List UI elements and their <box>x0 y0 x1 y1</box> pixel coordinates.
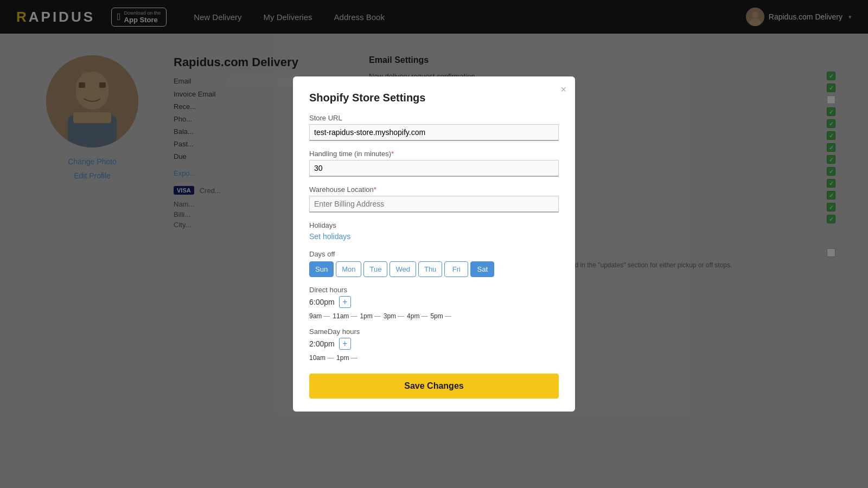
required-marker: * <box>391 150 394 158</box>
holidays-field: Holidays Set holidays <box>309 221 559 241</box>
direct-hours-main-row: 6:00pm + <box>309 296 559 308</box>
sameday-slots-row: 10am— 1pm— <box>309 354 559 362</box>
required-marker-warehouse: * <box>374 185 376 194</box>
store-url-input[interactable] <box>309 124 559 141</box>
slot-9am: 9am— <box>309 312 330 320</box>
shopify-modal: Shopify Store Settings × Store URL Handl… <box>293 76 575 412</box>
day-btn-sun[interactable]: Sun <box>309 261 334 277</box>
direct-slots-row: 9am— 11am— 1pm— 3pm— 4pm— 5pm— <box>309 312 559 320</box>
day-btn-sat[interactable]: Sat <box>470 261 494 277</box>
day-btn-tue[interactable]: Tue <box>363 261 387 277</box>
day-btn-fri[interactable]: Fri <box>444 261 468 277</box>
direct-hours-add-button[interactable]: + <box>339 296 351 308</box>
warehouse-location-field: Warehouse Location* <box>309 185 559 213</box>
warehouse-location-input[interactable] <box>309 196 559 213</box>
set-holidays-link[interactable]: Set holidays <box>309 232 350 241</box>
modal-overlay: Shopify Store Settings × Store URL Handl… <box>0 0 868 488</box>
save-changes-button[interactable]: Save Changes <box>309 374 559 399</box>
sameday-slot-1pm: 1pm— <box>336 354 358 362</box>
warehouse-label: Warehouse Location* <box>309 185 559 194</box>
sameday-slot-10am: 10am— <box>309 354 334 362</box>
store-url-label: Store URL <box>309 114 559 122</box>
handling-time-input[interactable] <box>309 160 559 177</box>
direct-hours-label: Direct hours <box>309 286 559 294</box>
days-row: Sun Mon Tue Wed Thu Fri Sat <box>309 261 559 277</box>
slot-5pm: 5pm— <box>430 312 451 320</box>
sameday-hours-add-button[interactable]: + <box>339 338 351 350</box>
handling-time-field: Handling time (in minutes)* <box>309 150 559 177</box>
day-btn-mon[interactable]: Mon <box>336 261 361 277</box>
sameday-hours-value: 2:00pm <box>309 339 335 348</box>
slot-11am: 11am— <box>333 312 358 320</box>
store-url-field: Store URL <box>309 114 559 141</box>
holidays-label: Holidays <box>309 221 559 229</box>
handling-label: Handling time (in minutes)* <box>309 150 559 158</box>
sameday-hours-label: SameDay hours <box>309 328 559 336</box>
modal-close-button[interactable]: × <box>560 84 566 95</box>
slot-3pm: 3pm— <box>384 312 405 320</box>
day-btn-thu[interactable]: Thu <box>418 261 442 277</box>
modal-title: Shopify Store Settings <box>309 92 559 104</box>
sameday-hours-main-row: 2:00pm + <box>309 338 559 350</box>
day-btn-wed[interactable]: Wed <box>390 261 416 277</box>
direct-hours-value: 6:00pm <box>309 298 335 306</box>
slot-4pm: 4pm— <box>407 312 428 320</box>
slot-1pm: 1pm— <box>360 312 381 320</box>
days-off-label: Days off <box>309 250 559 258</box>
